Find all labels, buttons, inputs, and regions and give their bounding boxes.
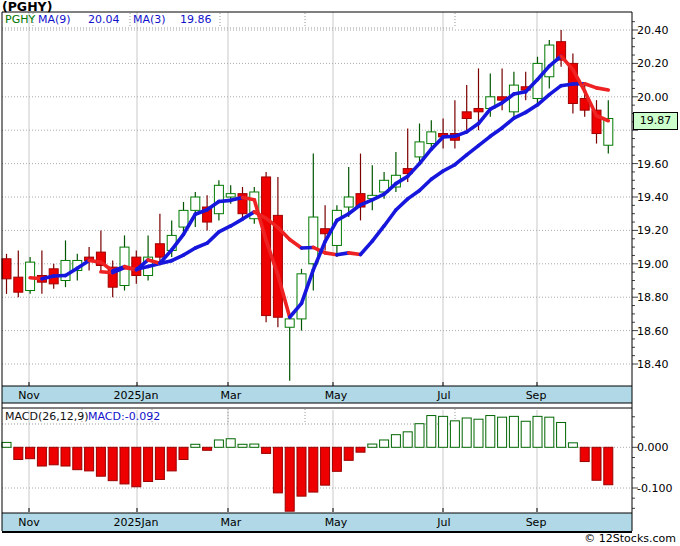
page-title: (PGHY) (2, 0, 52, 14)
watermark: © 12Stocks.com (520, 532, 676, 546)
svg-text:Nov: Nov (18, 516, 40, 529)
svg-text:2025Jan: 2025Jan (114, 389, 159, 402)
svg-text:18.40: 18.40 (637, 358, 669, 371)
legend-ma9-value: 20.04 (88, 13, 120, 27)
svg-text:Nov: Nov (18, 389, 40, 402)
svg-text:18.80: 18.80 (637, 291, 669, 304)
svg-text:Mar: Mar (221, 516, 242, 529)
svg-text:Sep: Sep (526, 516, 547, 529)
svg-text:May: May (325, 516, 348, 529)
svg-text:Mar: Mar (221, 389, 242, 402)
legend-symbol: PGHY (5, 13, 35, 27)
svg-text:May: May (325, 389, 348, 402)
svg-text:19.00: 19.00 (637, 258, 669, 271)
svg-text:-0.100: -0.100 (637, 482, 672, 495)
svg-text:19.40: 19.40 (637, 191, 669, 204)
last-price-badge: 19.87 (633, 112, 678, 130)
candlestick-macd-chart: NovNov2025Jan2025JanMarMarMayMayJulJulSe… (0, 0, 680, 546)
legend-ma3-value: 19.86 (180, 13, 212, 27)
candles-layer (2, 30, 613, 381)
svg-text:2025Jan: 2025Jan (114, 516, 159, 529)
svg-text:0.000: 0.000 (637, 441, 669, 454)
svg-text:18.60: 18.60 (637, 325, 669, 338)
legend-ma9-label: MA(9) (38, 13, 71, 27)
legend-ma3-label: MA(3) (133, 13, 166, 27)
svg-text:Sep: Sep (526, 389, 547, 402)
svg-text:19.20: 19.20 (637, 224, 669, 237)
svg-text:Jul: Jul (436, 516, 450, 529)
svg-text:20.00: 20.00 (637, 91, 669, 104)
svg-text:20.40: 20.40 (637, 24, 669, 37)
macd-histogram (2, 416, 613, 512)
svg-text:Jul: Jul (436, 389, 450, 402)
y-axis: 20.4020.2020.0019.6019.4019.2019.0018.80… (632, 22, 672, 509)
macd-legend-label: MACD(26,12,9) (5, 410, 89, 424)
svg-text:20.20: 20.20 (637, 57, 669, 70)
macd-legend-value: MACD:-0.092 (88, 410, 160, 424)
svg-text:19.60: 19.60 (637, 158, 669, 171)
stock-chart-page: NovNov2025Jan2025JanMarMarMayMayJulJulSe… (0, 0, 680, 546)
